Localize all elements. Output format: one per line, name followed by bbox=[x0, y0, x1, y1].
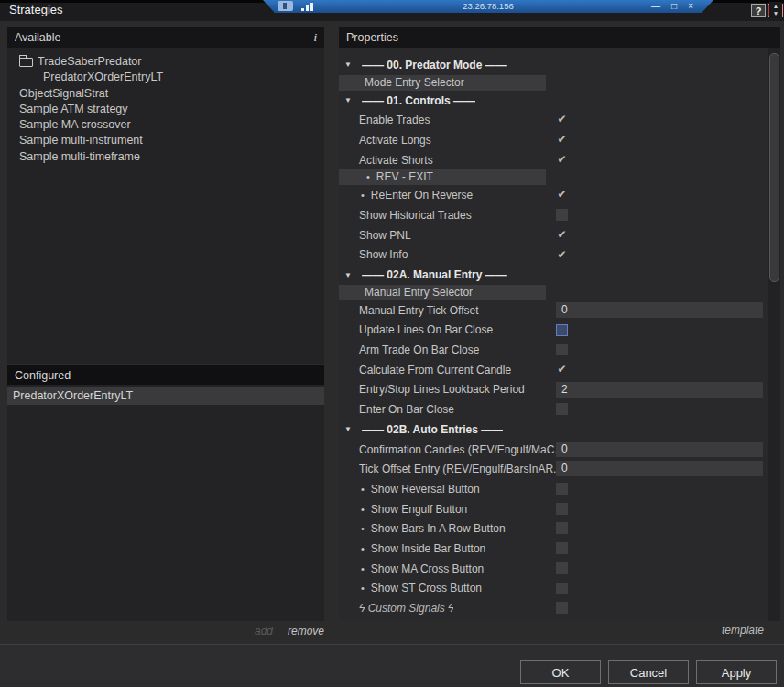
collapse-arrow-icon[interactable]: ▼ bbox=[344, 271, 354, 279]
configured-panel-header: Configured bbox=[7, 365, 324, 385]
property-value: ✔ bbox=[556, 152, 568, 168]
text-input[interactable]: 0 bbox=[556, 461, 763, 476]
checkbox[interactable] bbox=[556, 503, 568, 515]
property-label: Entry/Stop Lines Lookback Period bbox=[339, 383, 525, 396]
add-button[interactable]: add bbox=[255, 625, 273, 638]
property-label: Confirmation Candles (REV/Engulf/MaC... bbox=[339, 443, 563, 456]
text-input[interactable]: 0 bbox=[556, 442, 763, 457]
property-value bbox=[556, 481, 568, 496]
property-row: Show Historical Trades bbox=[339, 205, 768, 225]
property-label: Show PNL bbox=[339, 229, 411, 242]
property-label: •Show Reversal Button bbox=[339, 483, 480, 496]
apply-button[interactable]: Apply bbox=[696, 660, 777, 684]
list-item[interactable]: PredatorXOrderEntryLT bbox=[7, 70, 324, 85]
checkbox[interactable]: ✔ bbox=[556, 114, 568, 125]
property-row: ▼—— 02B. Auto Entries —— bbox=[339, 420, 768, 440]
checkbox[interactable] bbox=[556, 583, 568, 594]
properties-panel-title: Properties bbox=[346, 31, 398, 44]
collapse-arrow-icon[interactable]: ▼ bbox=[344, 96, 354, 104]
checkbox[interactable]: ✔ bbox=[556, 154, 568, 166]
configured-strategy-list: PredatorXOrderEntryLT bbox=[7, 385, 324, 621]
bullet-icon: • bbox=[361, 583, 365, 594]
property-row: •Show Reversal Button bbox=[339, 479, 768, 499]
bullet-icon: • bbox=[361, 190, 365, 201]
property-value: 2 bbox=[556, 382, 763, 398]
list-item[interactable]: Sample ATM strategy bbox=[7, 102, 324, 117]
property-value bbox=[556, 342, 568, 357]
available-strategy-list: TradeSaberPredatorPredatorXOrderEntryLTO… bbox=[7, 48, 324, 364]
checkbox[interactable] bbox=[556, 542, 568, 554]
checkbox[interactable] bbox=[556, 403, 568, 415]
property-value bbox=[556, 207, 568, 223]
cancel-button[interactable]: Cancel bbox=[608, 660, 689, 684]
property-label: •REV - EXIT bbox=[344, 169, 433, 185]
group-header-label: —— 01. Controls —— bbox=[362, 94, 475, 107]
text-input[interactable]: 0 bbox=[556, 302, 763, 318]
template-link[interactable]: template bbox=[339, 624, 764, 637]
info-icon[interactable]: i bbox=[313, 30, 317, 45]
property-row: Update Lines On Bar Close bbox=[339, 321, 768, 341]
property-label: Enable Trades bbox=[339, 114, 430, 126]
bullet-icon: • bbox=[361, 504, 365, 515]
ok-button[interactable]: OK bbox=[520, 660, 601, 684]
list-item[interactable]: Sample multi-instrument bbox=[7, 133, 324, 148]
property-row: Tick Offset Entry (REV/Engulf/BarsInAR..… bbox=[339, 459, 768, 479]
property-label: •Show Inside Bar Button bbox=[339, 542, 485, 555]
property-label: Activate Shorts bbox=[339, 154, 433, 167]
property-row: Enable Trades✔ bbox=[339, 110, 768, 130]
property-label: Activate Longs bbox=[339, 134, 431, 147]
property-label: •Show ST Cross Button bbox=[339, 582, 482, 594]
scrollbar-thumb[interactable] bbox=[769, 53, 779, 282]
property-value bbox=[556, 501, 568, 517]
properties-scrollbar[interactable] bbox=[768, 48, 780, 621]
checkbox[interactable] bbox=[556, 209, 568, 221]
maximize-icon[interactable]: □ bbox=[671, 0, 677, 12]
checkbox[interactable] bbox=[556, 324, 568, 336]
property-value: ✔ bbox=[556, 362, 568, 377]
property-row: Activate Shorts✔ bbox=[339, 150, 768, 170]
property-value: ✔ bbox=[556, 132, 568, 147]
property-row: ▼—— 02A. Manual Entry —— bbox=[339, 265, 768, 285]
remove-button[interactable]: remove bbox=[288, 625, 324, 638]
list-item[interactable]: Sample MA crossover bbox=[7, 117, 324, 133]
configured-panel-title: Configured bbox=[15, 369, 71, 382]
property-row: Mode Entry SelectorHybrid bbox=[339, 75, 546, 91]
property-row: •Show Engulf Button bbox=[339, 499, 768, 519]
checkbox[interactable] bbox=[556, 483, 568, 495]
list-item[interactable]: TradeSaberPredator bbox=[7, 54, 324, 70]
checkbox[interactable] bbox=[556, 344, 568, 355]
connection-address: 23.26.78.156 bbox=[263, 1, 713, 11]
close-icon[interactable]: × bbox=[688, 0, 693, 12]
scroll-down-icon[interactable]: ▼ bbox=[773, 10, 779, 17]
connection-window-controls: — □ × bbox=[651, 0, 693, 12]
collapse-arrow-icon[interactable]: ▼ bbox=[344, 425, 354, 433]
property-label: •Show Engulf Button bbox=[339, 503, 467, 516]
property-label: Update Lines On Bar Close bbox=[339, 323, 493, 336]
list-item[interactable]: ObjectSignalStrat bbox=[7, 86, 324, 102]
checkbox[interactable]: ✔ bbox=[556, 189, 568, 201]
available-panel-title: Available bbox=[15, 31, 61, 44]
property-label: Mode Entry Selector bbox=[344, 75, 464, 91]
property-value bbox=[556, 540, 568, 556]
text-input[interactable]: 2 bbox=[556, 382, 763, 398]
dialog-footer: OKCancelApply bbox=[0, 644, 784, 687]
checkbox[interactable]: ✔ bbox=[556, 229, 568, 241]
property-value: ✔ bbox=[556, 227, 568, 243]
list-item[interactable]: Sample multi-timeframe bbox=[7, 149, 324, 165]
checkbox[interactable] bbox=[556, 602, 568, 614]
checkbox[interactable]: ✔ bbox=[556, 364, 568, 376]
properties-scroll-spinner[interactable]: ▲ ▼ bbox=[769, 2, 782, 18]
checkbox[interactable] bbox=[556, 562, 568, 574]
property-row: Manual Entry Tick Offset0 bbox=[339, 300, 768, 321]
configured-strategy-row[interactable]: PredatorXOrderEntryLT bbox=[7, 387, 324, 405]
property-row: ▼—— 01. Controls —— bbox=[339, 91, 768, 111]
property-label: Manual Entry Tick Offset bbox=[339, 304, 479, 317]
checkbox[interactable]: ✔ bbox=[556, 249, 568, 261]
checkbox[interactable] bbox=[556, 522, 568, 534]
property-label: •Show Bars In A Row Button bbox=[339, 522, 506, 535]
minimize-icon[interactable]: — bbox=[651, 0, 660, 12]
collapse-arrow-icon[interactable]: ▼ bbox=[344, 60, 354, 69]
checkbox[interactable]: ✔ bbox=[556, 134, 568, 146]
scroll-up-icon[interactable]: ▲ bbox=[773, 3, 779, 10]
help-button[interactable]: ? bbox=[751, 4, 766, 17]
